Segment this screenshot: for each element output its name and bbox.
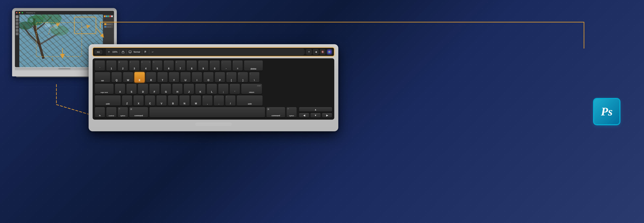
key-bl-main: [ (231, 79, 232, 82)
key-z[interactable]: Z (122, 95, 132, 106)
key-return-main: return (249, 91, 254, 93)
key-option-left[interactable]: alt option (118, 107, 128, 117)
key-h[interactable]: H (172, 84, 183, 94)
key-9[interactable]: ( 9 (198, 60, 208, 71)
key-equals-main: = (237, 67, 238, 70)
tool-select[interactable] (16, 19, 18, 21)
key-minus[interactable]: _ - (221, 60, 232, 71)
tb-siri-icon[interactable] (327, 49, 332, 55)
key-d[interactable]: D (138, 84, 148, 94)
touchbar[interactable]: esc 👁 100% (93, 47, 334, 56)
key-v[interactable]: V (156, 95, 167, 106)
key-right[interactable]: ▶ (322, 113, 332, 118)
swatch-green[interactable] (108, 15, 109, 17)
key-quote[interactable]: " ' (230, 84, 240, 94)
key-command-right[interactable]: ⌘ command (266, 107, 285, 117)
key-f[interactable]: F (149, 84, 160, 94)
key-t[interactable]: T (157, 72, 168, 82)
close-dot (16, 12, 17, 13)
key-bracket-left[interactable]: { [ (226, 72, 236, 82)
key-equals-top: + (234, 61, 234, 63)
key-5-top: % (153, 61, 154, 63)
key-v-main: V (161, 102, 162, 105)
key-m[interactable]: M (191, 95, 201, 106)
key-p[interactable]: P (215, 72, 225, 82)
swatch-blue[interactable] (106, 15, 107, 17)
key-1[interactable]: ! 1 (106, 60, 116, 71)
key-y[interactable]: Y (169, 72, 179, 82)
key-period[interactable]: > . (214, 95, 224, 106)
key-6-top: ^ (164, 61, 165, 63)
key-7[interactable]: & 7 (175, 60, 186, 71)
swatch-white[interactable] (111, 15, 113, 17)
key-5[interactable]: % 5 (152, 60, 162, 71)
key-k[interactable]: K (195, 84, 206, 94)
key-s[interactable]: S (126, 84, 137, 94)
key-comma[interactable]: < , (202, 95, 213, 106)
key-bracket-right[interactable]: } ] (238, 72, 248, 82)
key-n[interactable]: N (179, 95, 190, 106)
key-3-top: # (130, 61, 131, 63)
ps-tools (15, 14, 19, 67)
key-return[interactable]: enter return (241, 84, 262, 94)
key-i[interactable]: I (192, 72, 202, 82)
key-shift-left[interactable]: shift (95, 95, 121, 106)
tb-volume-icon[interactable]: ◀ (313, 49, 318, 55)
key-c[interactable]: C (145, 95, 155, 106)
key-control[interactable]: control (106, 107, 116, 117)
key-l[interactable]: L (206, 84, 217, 94)
tb-esc-key[interactable]: esc (95, 50, 102, 54)
tb-mute-icon[interactable]: 🔇 (320, 49, 326, 55)
key-o[interactable]: O (203, 72, 214, 82)
key-command-left[interactable]: ⌘ command (129, 107, 148, 117)
swatch-red[interactable] (109, 15, 111, 17)
key-w[interactable]: W (123, 72, 133, 82)
key-down-main: ▼ (314, 114, 317, 117)
key-u[interactable]: U (180, 72, 191, 82)
key-tab[interactable]: tab (95, 72, 110, 82)
key-capslock[interactable]: caps lock (95, 84, 114, 94)
key-e-highlighted[interactable]: E (134, 72, 145, 82)
key-slash[interactable]: ? / (225, 95, 236, 106)
key-shift-right[interactable]: shift (236, 95, 263, 106)
key-8[interactable]: * 8 (186, 60, 197, 71)
key-equals[interactable]: + = (232, 60, 243, 71)
key-up[interactable]: ▲ (299, 107, 332, 112)
key-tilde[interactable]: ~ ` (95, 60, 105, 71)
tool-brush[interactable] (16, 29, 18, 32)
tool-crop[interactable] (16, 25, 18, 28)
key-fn[interactable]: fn (95, 107, 105, 117)
key-3[interactable]: # 3 (129, 60, 140, 71)
swatch-dark[interactable] (104, 18, 106, 20)
layer-1[interactable]: Adjustment (104, 23, 113, 25)
tool-lasso[interactable] (16, 22, 18, 25)
swatch-orange[interactable] (104, 15, 106, 17)
tool-clone[interactable] (16, 32, 18, 35)
key-semicolon[interactable]: : ; (218, 84, 228, 94)
ps-arrow-down: ↓ (51, 55, 54, 62)
key-o-main: O (208, 79, 209, 82)
key-x[interactable]: X (133, 95, 144, 106)
key-a[interactable]: A (115, 84, 125, 94)
layer-2[interactable]: Background (104, 25, 113, 28)
key-r[interactable]: R (146, 72, 156, 82)
key-0[interactable]: ) 0 (210, 60, 220, 71)
key-4[interactable]: $ S 4 (140, 60, 151, 71)
tb-eye-icon: 👁 (108, 50, 110, 53)
key-space[interactable] (149, 107, 265, 117)
key-option-right[interactable]: alt option (286, 107, 297, 117)
key-j[interactable]: J (184, 84, 194, 94)
key-q[interactable]: Q (111, 72, 122, 82)
key-g[interactable]: G (161, 84, 171, 94)
key-down[interactable]: ▼ (310, 113, 321, 118)
key-6[interactable]: ^ 6 (164, 60, 174, 71)
key-delete[interactable]: delete (244, 60, 263, 71)
key-2[interactable]: @ 2 (118, 60, 128, 71)
tb-brightness-icon[interactable]: ☀ (306, 49, 312, 55)
ps-icon-letters: Ps (601, 105, 612, 118)
key-b[interactable]: B (168, 95, 178, 106)
trackpad-hint[interactable] (195, 123, 232, 126)
key-left[interactable]: ◀ (299, 113, 309, 118)
key-backslash[interactable]: | \ (249, 72, 260, 82)
tool-move[interactable] (16, 15, 18, 18)
